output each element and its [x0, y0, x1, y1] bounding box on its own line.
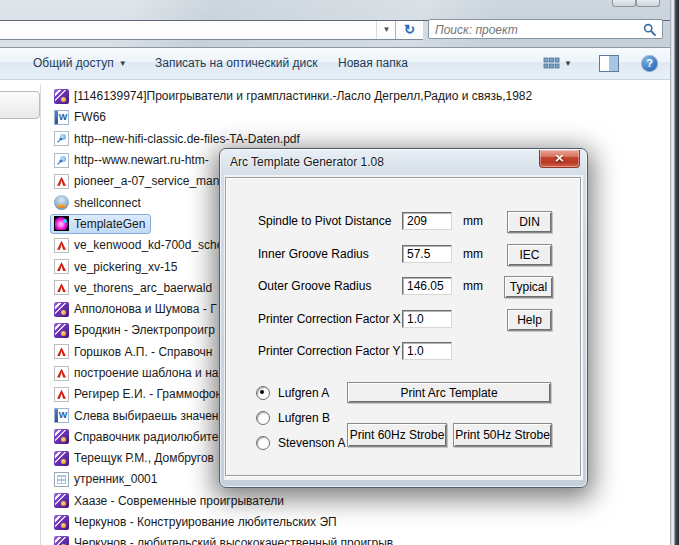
radio-icon — [256, 411, 270, 425]
caption-button-sliver — [636, 0, 660, 7]
unit-label: mm — [463, 276, 483, 296]
file-name: ve_kenwood_kd-700d_sche — [74, 238, 223, 252]
radio-lufgren-b[interactable]: Lufgren B — [256, 410, 360, 426]
file-name: Регирер Е.И. - Граммофон — [74, 387, 222, 401]
file-name: Черкунов - Конструирование любительских … — [74, 515, 337, 529]
toolbar-share-button[interactable]: Общий доступ▼ — [33, 48, 127, 79]
list-item[interactable]: Хаазе - Современные проигрыватели — [46, 491, 666, 512]
shell-file-icon — [54, 195, 69, 210]
radio-lufgren-a[interactable]: Lufgren A — [256, 385, 360, 401]
djvu-file-icon — [54, 515, 69, 530]
change-view-button[interactable]: ▼ — [543, 54, 579, 73]
chevron-down-icon[interactable]: ▼ — [376, 21, 396, 39]
word-file-icon — [54, 110, 69, 125]
file-name: ve_thorens_arc_baerwald — [74, 281, 212, 295]
djvu-file-icon — [54, 429, 69, 444]
djvu-file-icon — [54, 323, 69, 338]
word-file-icon — [54, 408, 69, 423]
list-item[interactable]: FW66 — [46, 107, 666, 128]
file-name: Черкунов - любительский высококачественн… — [74, 536, 393, 545]
radio-label: Lufgren B — [278, 411, 330, 425]
arc-template-generator-dialog: Arc Template Generator 1.08 × Spindle to… — [219, 148, 588, 488]
search-icon[interactable] — [643, 23, 656, 36]
preview-pane-icon — [599, 55, 619, 72]
print-60hz-strobe-button[interactable]: Print 60Hz Strobe — [347, 423, 447, 447]
field-label: Printer Correction Factor Y — [258, 341, 401, 361]
pdf-file-icon — [54, 174, 69, 189]
field-label: Spindle to Pivot Distance — [258, 211, 391, 231]
file-name: [1146139974]Проигрыватели и грампластинк… — [74, 89, 532, 103]
toolbar-new-folder-button[interactable]: Новая папка — [338, 48, 408, 79]
field-label: Inner Groove Radius — [258, 244, 369, 264]
inner-groove-radius-input[interactable] — [402, 245, 452, 263]
iec-button[interactable]: IEC — [507, 244, 552, 266]
link-file-icon — [54, 131, 69, 146]
file-name: Апполонова и Шумова - Г — [74, 302, 217, 316]
radio-icon — [256, 436, 270, 450]
spindle-to-pivot-input[interactable] — [402, 212, 452, 230]
field-row: Printer Correction Factor Y — [226, 341, 580, 361]
chevron-down-icon: ▼ — [564, 59, 572, 68]
list-item[interactable]: Черкунов - любительский высококачественн… — [46, 533, 666, 545]
field-label: Outer Groove Radius — [258, 276, 371, 296]
window-chrome: ▼ ↻ Общий доступ▼ Записать на оптический… — [0, 0, 679, 82]
list-item[interactable]: Черкунов - Конструирование любительских … — [46, 512, 666, 533]
pdf-file-icon — [54, 259, 69, 274]
explorer-window: ▼ ↻ Общий доступ▼ Записать на оптический… — [0, 0, 679, 545]
search-input[interactable] — [433, 21, 637, 39]
typical-button[interactable]: Typical — [504, 276, 553, 298]
field-label: Printer Correction Factor X — [258, 309, 401, 329]
file-name: http--new-hifi-classic.de-files-TA-Daten… — [74, 132, 300, 146]
radio-icon — [256, 386, 270, 400]
address-bar[interactable]: ▼ ↻ — [0, 21, 423, 40]
list-item[interactable]: http--new-hifi-classic.de-files-TA-Daten… — [46, 129, 666, 150]
file-name: Слева выбираешь значен — [74, 409, 219, 423]
file-name: http--www.newart.ru-htm- — [74, 153, 209, 167]
pdf-file-icon — [54, 238, 69, 253]
file-name: ve_pickering_xv-15 — [74, 260, 177, 274]
caption-button-sliver — [612, 0, 636, 7]
sheet-file-icon — [54, 472, 69, 487]
list-item[interactable]: [1146139974]Проигрыватели и грампластинк… — [46, 86, 666, 107]
pdf-file-icon — [54, 280, 69, 295]
link-file-icon — [54, 153, 69, 168]
printer-correction-y-input[interactable] — [402, 342, 452, 360]
din-button[interactable]: DIN — [507, 211, 552, 233]
preview-pane-button[interactable] — [599, 55, 619, 72]
printer-correction-x-input[interactable] — [402, 310, 452, 328]
view-grid-icon — [543, 57, 560, 71]
dialog-title: Arc Template Generator 1.08 — [230, 149, 384, 175]
file-name: Бродкин - Электропроигр — [74, 323, 215, 337]
toolbar-burn-button[interactable]: Записать на оптический диск — [155, 48, 318, 79]
file-name: Терещук Р.М., Домбругов — [74, 451, 214, 465]
command-toolbar: Общий доступ▼ Записать на оптический дис… — [0, 48, 679, 80]
pdf-file-icon — [54, 344, 69, 359]
djvu-file-icon — [54, 493, 69, 508]
radio-label: Stevenson A — [278, 436, 345, 450]
print-50hz-strobe-button[interactable]: Print 50Hz Strobe — [453, 423, 552, 447]
file-name: Хаазе - Современные проигрыватели — [74, 494, 284, 508]
file-name: pioneer_a-07_service_manu — [74, 174, 226, 188]
unit-label: mm — [463, 244, 483, 264]
nav-pane-item-fragment[interactable] — [0, 91, 40, 119]
app-file-icon — [54, 216, 69, 231]
pdf-file-icon — [54, 387, 69, 402]
file-name: Горшков А.П. - Справочн — [74, 345, 212, 359]
file-name: TemplateGen — [74, 217, 145, 231]
print-arc-template-button[interactable]: Print Arc Template — [347, 382, 551, 403]
file-name: FW66 — [74, 110, 106, 124]
refresh-icon[interactable]: ↻ — [395, 21, 423, 39]
dialog-client-area: Spindle to Pivot Distance mm Inner Groov… — [224, 175, 583, 480]
file-name: Справочник радиолюбите — [74, 430, 218, 444]
outer-groove-radius-input[interactable] — [402, 277, 452, 295]
radio-stevenson-a[interactable]: Stevenson A — [256, 435, 360, 451]
pdf-file-icon — [54, 366, 69, 381]
file-name: shellconnect — [74, 196, 141, 210]
help-icon[interactable]: ? — [641, 55, 658, 72]
file-name: построение шаблона и на — [74, 366, 218, 380]
unit-label: mm — [463, 211, 483, 231]
close-button[interactable]: × — [539, 150, 580, 168]
radio-label: Lufgren A — [278, 386, 329, 400]
help-button[interactable]: Help — [507, 309, 552, 331]
search-box[interactable] — [428, 19, 663, 39]
